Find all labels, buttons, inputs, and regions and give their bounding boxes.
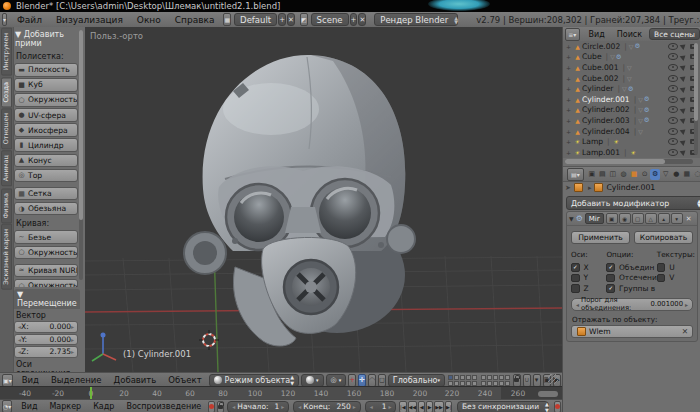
- layers-widget-left[interactable]: [448, 375, 477, 386]
- display-filter-selector[interactable]: Все сцены: [649, 28, 700, 40]
- menu-playback[interactable]: Воспроизведение: [120, 402, 207, 411]
- checkbox-unchecked[interactable]: [571, 284, 580, 293]
- outliner-item[interactable]: +▲Circle.002|▽⚙: [563, 41, 700, 52]
- manipulator-axis-button[interactable]: +: [348, 374, 356, 387]
- orientation-selector[interactable]: Глобально ▾: [388, 374, 445, 387]
- outliner-item[interactable]: +▲Cube.001|▽: [563, 62, 700, 73]
- menu-view[interactable]: Вид: [583, 30, 611, 39]
- visibility-eye-icon[interactable]: [668, 75, 678, 82]
- tab-grease-pencil[interactable]: Эскизный каран: [1, 224, 12, 290]
- modifier-name-field[interactable]: Mir: [585, 213, 604, 224]
- scene-selector[interactable]: Scene: [311, 13, 349, 26]
- modifier-cage-toggle[interactable]: △: [645, 213, 657, 224]
- add-cone-button[interactable]: ▲Конус: [14, 154, 78, 168]
- add-cylinder-button[interactable]: ▮Цилиндр: [14, 138, 78, 152]
- move-down-button[interactable]: ▾: [671, 213, 683, 224]
- selectability-cursor-icon[interactable]: [680, 42, 688, 50]
- keyframe-lock-button[interactable]: [217, 401, 224, 412]
- increment-arrow-icon[interactable]: ▸: [281, 403, 284, 410]
- expand-icon[interactable]: +: [566, 64, 573, 71]
- outliner-item[interactable]: +▲Cube.002|▽: [563, 73, 700, 84]
- sync-mode-selector[interactable]: Без синхронизации ▲▼: [457, 401, 549, 412]
- vertex-groups-checkbox[interactable]: ✓Группы в: [606, 283, 656, 294]
- world-tab-icon[interactable]: ◍: [618, 169, 628, 180]
- render-engine-selector[interactable]: Рендер Blender ▲▼: [374, 13, 458, 26]
- expand-icon[interactable]: +: [566, 85, 573, 92]
- tab-tools[interactable]: Инструмен: [1, 28, 12, 76]
- decrement-arrow-icon[interactable]: ◂: [370, 403, 373, 410]
- outliner-horizontal-scrollbar[interactable]: [565, 159, 693, 164]
- outliner-item[interactable]: +▲Cylinder.004|▽: [563, 126, 700, 137]
- checkbox-unchecked[interactable]: [571, 274, 580, 283]
- scene-tab-icon[interactable]: ◫: [608, 169, 618, 180]
- move-z-field[interactable]: ◂Z:2.735▸: [14, 346, 78, 358]
- selectability-cursor-icon[interactable]: [680, 106, 688, 114]
- add-uvsphere-button[interactable]: ●UV-сфера: [14, 108, 78, 122]
- tool-shelf-scrollbar[interactable]: [79, 30, 83, 280]
- selectability-cursor-icon[interactable]: [680, 127, 688, 135]
- add-torus-button[interactable]: ◎Тор: [14, 169, 78, 183]
- checkbox-checked[interactable]: ✓: [606, 284, 615, 293]
- rotate-manipulator-button[interactable]: ◠: [368, 374, 376, 387]
- menu-window[interactable]: Окно: [130, 15, 168, 25]
- tab-physics[interactable]: Физика: [1, 188, 12, 223]
- visibility-eye-icon[interactable]: [668, 117, 678, 124]
- checkbox-unchecked[interactable]: [606, 274, 615, 283]
- physics-tab-icon[interactable]: ◌: [692, 169, 700, 180]
- editor-type-selector[interactable]: ▾: [2, 13, 7, 26]
- add-plane-button[interactable]: ▬Плоскость: [14, 63, 78, 77]
- expand-icon[interactable]: +: [566, 138, 573, 145]
- play-button[interactable]: ▶: [426, 401, 433, 412]
- editor-type-selector[interactable]: ▣▾: [2, 374, 13, 387]
- menu-search[interactable]: Поиск: [611, 30, 648, 39]
- outliner-item[interactable]: +▲Cylinder.002|▽⚙: [563, 105, 700, 116]
- play-reverse-button[interactable]: ◀: [418, 401, 425, 412]
- add-curve-circle-button[interactable]: ○Окружность: [14, 246, 78, 260]
- selectability-cursor-icon[interactable]: [680, 148, 688, 156]
- clear-field-icon[interactable]: ✕: [682, 327, 688, 336]
- editor-type-selector[interactable]: ◔▾: [2, 400, 12, 412]
- decrement-arrow-icon[interactable]: ◂: [576, 301, 579, 308]
- outliner-item[interactable]: +☀Lamp|☀: [563, 136, 700, 147]
- add-bezier-button[interactable]: ~Безье: [14, 230, 78, 244]
- increment-arrow-icon[interactable]: ▸: [353, 403, 356, 410]
- mirror-object-field[interactable]: Wlem ✕: [571, 325, 693, 338]
- object-data-tab-icon[interactable]: ▽: [661, 169, 671, 180]
- checkbox-unchecked[interactable]: [657, 274, 666, 283]
- apply-button[interactable]: Применить: [571, 231, 630, 244]
- increment-arrow-icon[interactable]: ▸: [685, 301, 688, 308]
- screen-layout-selector[interactable]: Default: [234, 13, 277, 26]
- layers-widget-right[interactable]: [481, 375, 510, 386]
- modifiers-tab-wrench-icon[interactable]: ⚙: [650, 169, 660, 180]
- checkbox-unchecked[interactable]: [657, 263, 666, 272]
- scene-icon[interactable]: ◩: [300, 13, 308, 26]
- modifier-header[interactable]: ▼ ⚙ Mir ▣ ◉ ▢ △ ▴ ▾ ✕: [567, 212, 697, 226]
- add-nurbs-circle-button[interactable]: ○Окружность N...: [14, 279, 78, 287]
- operator-panel-header[interactable]: ▼ Перемещение: [14, 289, 80, 309]
- outliner-vertical-scrollbar[interactable]: [694, 43, 698, 155]
- add-icosphere-button[interactable]: ◆Икосфера: [14, 123, 78, 137]
- texture-tab-icon[interactable]: ▦: [682, 169, 692, 180]
- add-modifier-dropdown[interactable]: Добавить модификатор ▲▼: [566, 196, 700, 210]
- add-scene-button[interactable]: +: [350, 13, 358, 26]
- copy-button[interactable]: Копировать: [634, 231, 693, 244]
- visibility-eye-icon[interactable]: [668, 85, 678, 92]
- outliner-item-selected[interactable]: +▲Cylinder.001|▽⚙: [563, 94, 700, 105]
- translate-manipulator-button[interactable]: ✛: [358, 374, 366, 387]
- decrement-arrow-icon[interactable]: ◂: [298, 403, 301, 410]
- axis-x-checkbox[interactable]: ✓X: [571, 262, 606, 273]
- expand-icon[interactable]: +: [566, 43, 573, 50]
- visibility-eye-icon[interactable]: [668, 64, 678, 71]
- delete-modifier-icon[interactable]: ✕: [686, 215, 692, 223]
- area-resize-grip[interactable]: [548, 374, 558, 384]
- render-layers-tab-icon[interactable]: ▤: [597, 169, 607, 180]
- menu-render[interactable]: Визуализация: [49, 15, 130, 25]
- modifier-render-toggle[interactable]: ▣: [606, 213, 618, 224]
- tab-animation[interactable]: Анимац: [1, 150, 12, 186]
- pin-icon[interactable]: ➤: [565, 184, 571, 192]
- add-circle-button[interactable]: ○Окружность: [14, 93, 78, 107]
- visibility-eye-icon[interactable]: [668, 138, 678, 145]
- menu-marker[interactable]: Маркер: [43, 402, 87, 411]
- object-tab-cube-icon[interactable]: ■: [629, 169, 639, 180]
- auto-keyframe-button[interactable]: [208, 401, 215, 412]
